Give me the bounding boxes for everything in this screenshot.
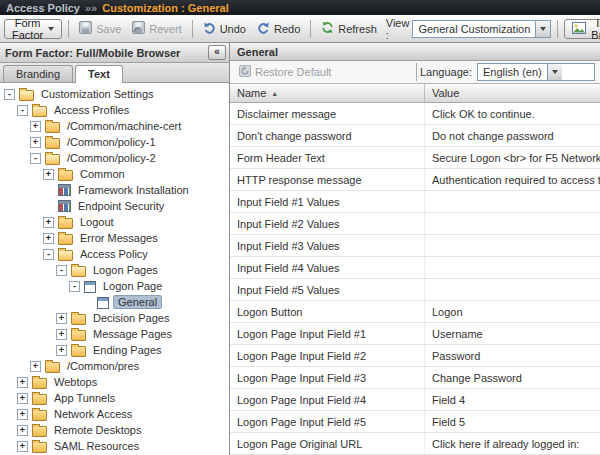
expand-icon[interactable]: + bbox=[43, 169, 54, 180]
tree-item-label: /Common/pres bbox=[64, 360, 142, 372]
tree-item-common-machine-cert[interactable]: +/Common/machine-cert bbox=[0, 118, 229, 134]
column-header-value[interactable]: Value bbox=[425, 84, 600, 102]
tab-branding[interactable]: Branding bbox=[3, 65, 73, 82]
tree-item-common-pres[interactable]: +/Common/pres bbox=[0, 358, 229, 374]
expand-icon[interactable]: + bbox=[30, 121, 41, 132]
tab-text[interactable]: Text bbox=[75, 65, 123, 83]
row-name: Input Field #2 Values bbox=[230, 213, 425, 234]
table-row[interactable]: Input Field #2 Values bbox=[230, 213, 600, 235]
tree-item-saml-resources[interactable]: +SAML Resources bbox=[0, 438, 229, 454]
expand-icon[interactable]: + bbox=[17, 393, 28, 404]
collapse-icon[interactable]: - bbox=[69, 281, 80, 292]
column-header-name[interactable]: Name ▲ bbox=[230, 84, 425, 102]
table-row[interactable]: Don't change passwordDo not change passw… bbox=[230, 125, 600, 147]
expand-icon[interactable]: + bbox=[56, 313, 67, 324]
tree-item-webtops[interactable]: +Webtops bbox=[0, 374, 229, 390]
tree-item-common-policy-2[interactable]: -/Common/policy-2 bbox=[0, 150, 229, 166]
table-row[interactable]: Logon Page Original URLClick here if alr… bbox=[230, 433, 600, 455]
table-row[interactable]: Logon Page Input Field #4Field 4 bbox=[230, 389, 600, 411]
image-icon bbox=[572, 22, 586, 36]
tree-item-common[interactable]: +Common bbox=[0, 166, 229, 182]
toolbar-divider bbox=[557, 20, 558, 38]
restore-default-button[interactable]: Restore Default bbox=[235, 63, 335, 81]
table-row[interactable]: Logon ButtonLogon bbox=[230, 301, 600, 323]
table-row[interactable]: Logon Page Input Field #1Username bbox=[230, 323, 600, 345]
tree-item-logon-pages[interactable]: -Logon Pages bbox=[0, 262, 229, 278]
tree-item-label: Message Pages bbox=[90, 328, 175, 340]
toolbar-divider bbox=[416, 63, 417, 81]
collapse-icon[interactable]: - bbox=[17, 105, 28, 116]
row-name: Disclaimer message bbox=[230, 103, 425, 124]
table-row[interactable]: Input Field #4 Values bbox=[230, 257, 600, 279]
tree-item-general[interactable]: General bbox=[0, 294, 229, 310]
image-browser-button[interactable]: Image Browser bbox=[564, 19, 600, 39]
redo-button[interactable]: Redo bbox=[253, 19, 304, 38]
sidebar-tabs: Branding Text bbox=[0, 63, 229, 83]
collapse-icon[interactable]: - bbox=[43, 249, 54, 260]
undo-button[interactable]: Undo bbox=[199, 19, 250, 38]
expand-icon[interactable]: + bbox=[17, 441, 28, 452]
table-row[interactable]: Form Header TextSecure Logon <br> for F5… bbox=[230, 147, 600, 169]
tree-item-label: /Common/policy-1 bbox=[64, 136, 159, 148]
tree-item-ending-pages[interactable]: +Ending Pages bbox=[0, 342, 229, 358]
form-factor-button[interactable]: Form Factor bbox=[4, 19, 62, 39]
expand-icon[interactable]: + bbox=[30, 137, 41, 148]
form-factor-label: Form Factor bbox=[12, 17, 43, 41]
page-icon bbox=[97, 297, 109, 309]
table-row[interactable]: Disclaimer messageClick OK to continue. bbox=[230, 103, 600, 125]
row-name: Input Field #4 Values bbox=[230, 257, 425, 278]
revert-button[interactable]: Revert bbox=[128, 19, 185, 38]
row-name: Don't change password bbox=[230, 125, 425, 146]
collapse-icon[interactable]: - bbox=[30, 153, 41, 164]
expand-icon[interactable]: + bbox=[43, 217, 54, 228]
value-header-label: Value bbox=[432, 87, 459, 99]
folder-icon bbox=[58, 218, 73, 229]
tree-spacer bbox=[43, 201, 54, 212]
tree-item-logon-page[interactable]: -Logon Page bbox=[0, 278, 229, 294]
tree-item-framework-installation[interactable]: Framework Installation bbox=[0, 182, 229, 198]
tree-item-common-policy-1[interactable]: +/Common/policy-1 bbox=[0, 134, 229, 150]
tree-item-message-pages[interactable]: +Message Pages bbox=[0, 326, 229, 342]
tree-item-access-profiles[interactable]: -Access Profiles bbox=[0, 102, 229, 118]
expand-icon[interactable]: + bbox=[56, 345, 67, 356]
tree-item-label: Network Access bbox=[51, 408, 135, 420]
expand-icon[interactable]: + bbox=[17, 377, 28, 388]
tree-item-endpoint-security[interactable]: Endpoint Security bbox=[0, 198, 229, 214]
expand-icon[interactable]: + bbox=[43, 233, 54, 244]
tree-item-access-policy[interactable]: -Access Policy bbox=[0, 246, 229, 262]
breadcrumb-section[interactable]: Access Policy bbox=[6, 2, 80, 14]
breadcrumb: Access Policy »» Customization : General bbox=[0, 0, 600, 15]
tree-item-label: Common bbox=[77, 168, 128, 180]
expand-icon[interactable]: + bbox=[56, 329, 67, 340]
tree-item-label: General bbox=[113, 295, 162, 309]
expand-icon[interactable]: + bbox=[30, 361, 41, 372]
tree-item-decision-pages[interactable]: +Decision Pages bbox=[0, 310, 229, 326]
collapse-panel-button[interactable]: « bbox=[208, 45, 226, 60]
chevron-down-icon bbox=[547, 64, 562, 80]
collapse-icon[interactable]: - bbox=[56, 265, 67, 276]
table-row[interactable]: Logon Page Input Field #5Field 5 bbox=[230, 411, 600, 433]
language-select[interactable]: English (en) bbox=[477, 63, 595, 81]
folder-icon bbox=[58, 234, 73, 245]
tree-item-customization-settings[interactable]: -Customization Settings bbox=[0, 86, 229, 102]
tree-item-remote-desktops[interactable]: +Remote Desktops bbox=[0, 422, 229, 438]
tree-item-network-access[interactable]: +Network Access bbox=[0, 406, 229, 422]
table-row[interactable]: Logon Page Input Field #2Password bbox=[230, 345, 600, 367]
view-select[interactable]: General Customization bbox=[412, 20, 551, 38]
expand-icon[interactable]: + bbox=[17, 409, 28, 420]
table-row[interactable]: Input Field #5 Values bbox=[230, 279, 600, 301]
tree-item-label: Logout bbox=[77, 216, 117, 228]
tree-item-app-tunnels[interactable]: +App Tunnels bbox=[0, 390, 229, 406]
refresh-button[interactable]: Refresh bbox=[317, 19, 381, 38]
table-row[interactable]: Input Field #3 Values bbox=[230, 235, 600, 257]
app-window: Access Policy »» Customization : General… bbox=[0, 0, 600, 455]
save-button[interactable]: Save bbox=[75, 19, 125, 38]
collapse-icon[interactable]: - bbox=[4, 89, 15, 100]
tree-item-error-messages[interactable]: +Error Messages bbox=[0, 230, 229, 246]
table-row[interactable]: HTTP response messageAuthentication requ… bbox=[230, 169, 600, 191]
table-row[interactable]: Logon Page Input Field #3Change Password bbox=[230, 367, 600, 389]
expand-icon[interactable]: + bbox=[17, 425, 28, 436]
redo-icon bbox=[257, 21, 270, 36]
table-row[interactable]: Input Field #1 Values bbox=[230, 191, 600, 213]
tree-item-logout[interactable]: +Logout bbox=[0, 214, 229, 230]
